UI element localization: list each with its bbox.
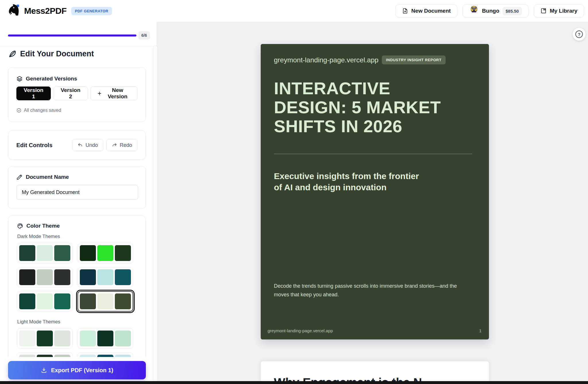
download-icon bbox=[41, 367, 47, 373]
undo-label: Undo bbox=[86, 142, 98, 148]
color-square bbox=[80, 269, 96, 285]
theme-swatch[interactable] bbox=[17, 291, 73, 312]
color-square bbox=[97, 293, 113, 309]
color-square bbox=[37, 293, 53, 309]
check-circle-icon bbox=[16, 108, 22, 113]
color-theme-title: Color Theme bbox=[17, 223, 146, 229]
sidebar-scrollbar[interactable] bbox=[153, 45, 158, 384]
generated-versions-card: Generated Versions Version 1 Version 2 +… bbox=[8, 67, 146, 122]
account-chip[interactable]: Bungo $85.50 bbox=[463, 4, 529, 18]
edit-controls-card: Edit Controls Undo Redo bbox=[8, 130, 146, 160]
theme-swatch[interactable] bbox=[78, 267, 133, 287]
page1-body-text: Decode the trends turning passive scroll… bbox=[274, 282, 472, 299]
page1-report-badge: INDUSTRY INSIGHT REPORT bbox=[382, 55, 446, 64]
color-square bbox=[115, 293, 131, 309]
my-library-label: My Library bbox=[550, 8, 577, 14]
document-name-card: Document Name bbox=[8, 166, 146, 209]
dark-mode-themes-label: Dark Mode Themes bbox=[17, 234, 146, 239]
color-square bbox=[115, 269, 131, 285]
save-status-label: All changes saved bbox=[24, 108, 61, 113]
theme-swatch[interactable] bbox=[17, 243, 73, 263]
sidebar-footer: Export PDF (Version 1) bbox=[0, 357, 156, 384]
redo-button[interactable]: Redo bbox=[106, 139, 138, 151]
top-header: Mess2PDF PDF GENERATOR New Document bbox=[0, 0, 588, 22]
file-plus-icon bbox=[402, 8, 408, 14]
color-square bbox=[54, 331, 70, 346]
color-square bbox=[19, 293, 35, 309]
generated-versions-title: Generated Versions bbox=[16, 76, 138, 82]
balance-badge: $85.50 bbox=[502, 7, 522, 15]
undo-icon bbox=[78, 143, 83, 148]
color-square bbox=[97, 269, 113, 285]
page1-divider bbox=[274, 154, 472, 154]
color-square bbox=[54, 293, 70, 309]
new-document-button[interactable]: New Document bbox=[395, 4, 457, 18]
document-name-label: Document Name bbox=[26, 174, 69, 180]
page1-footer-url: greymont-landing-page.vercel.app bbox=[268, 328, 333, 333]
color-square bbox=[80, 293, 96, 309]
theme-swatch[interactable] bbox=[17, 267, 73, 287]
sidebar: 6/6 Edit Your Document Generated Version… bbox=[0, 22, 156, 384]
color-square bbox=[19, 331, 35, 346]
theme-swatch[interactable] bbox=[78, 328, 133, 349]
help-button[interactable]: ? bbox=[572, 28, 586, 41]
color-square bbox=[37, 331, 53, 346]
color-theme-label: Color Theme bbox=[26, 223, 60, 229]
preview-area: ? greymont-landing-page.vercel.app INDUS… bbox=[156, 22, 588, 384]
user-avatar bbox=[469, 6, 479, 16]
layers-icon bbox=[16, 76, 23, 82]
color-square bbox=[37, 269, 53, 285]
color-square bbox=[37, 245, 53, 261]
page1-page-number: 1 bbox=[479, 328, 481, 333]
color-square bbox=[97, 331, 113, 346]
sidebar-divider bbox=[0, 46, 156, 46]
color-square bbox=[19, 269, 35, 285]
progress-bar bbox=[8, 34, 136, 37]
page1-title: INTERACTIVE DESIGN: 5 MARKET SHIFTS IN 2… bbox=[274, 79, 475, 136]
page1-footer: greymont-landing-page.vercel.app 1 bbox=[268, 328, 481, 333]
export-pdf-label: Export PDF (Version 1) bbox=[51, 367, 113, 374]
knight-logo-icon bbox=[6, 3, 21, 19]
light-mode-themes-label: Light Mode Themes bbox=[17, 319, 146, 325]
color-square bbox=[80, 245, 96, 261]
new-version-button[interactable]: + New Version bbox=[90, 87, 138, 100]
page1-subtitle: Executive insights from the frontier of … bbox=[274, 170, 419, 193]
color-square bbox=[115, 245, 131, 261]
color-square bbox=[54, 245, 70, 261]
undo-button[interactable]: Undo bbox=[72, 139, 103, 151]
app-type-badge: PDF GENERATOR bbox=[71, 7, 112, 15]
progress-step-label: 6/6 bbox=[138, 31, 150, 39]
pencil-icon bbox=[16, 174, 23, 180]
question-icon: ? bbox=[575, 30, 583, 38]
pdf-page-2: Why Engagement is the N bbox=[261, 361, 489, 384]
redo-label: Redo bbox=[120, 142, 132, 148]
sidebar-heading-label: Edit Your Document bbox=[20, 49, 94, 58]
sidebar-heading: Edit Your Document bbox=[8, 49, 94, 58]
color-square bbox=[54, 269, 70, 285]
theme-swatch-selected[interactable] bbox=[78, 291, 133, 312]
document-name-input[interactable] bbox=[16, 185, 138, 200]
color-square bbox=[115, 331, 131, 346]
dark-themes-grid bbox=[17, 243, 139, 312]
color-square bbox=[97, 245, 113, 261]
user-name: Bungo bbox=[482, 8, 499, 14]
pdf-page-1: greymont-landing-page.vercel.app INDUSTR… bbox=[261, 44, 489, 339]
version-1-button[interactable]: Version 1 bbox=[16, 87, 51, 100]
color-square bbox=[80, 331, 96, 346]
redo-icon bbox=[112, 143, 117, 148]
export-pdf-button[interactable]: Export PDF (Version 1) bbox=[8, 361, 146, 379]
app-window: Mess2PDF PDF GENERATOR New Document bbox=[0, 0, 588, 384]
feather-pen-icon bbox=[8, 50, 17, 58]
my-library-button[interactable]: My Library bbox=[534, 4, 584, 18]
theme-swatch[interactable] bbox=[78, 243, 133, 263]
version-2-button[interactable]: Version 2 bbox=[53, 87, 88, 100]
plus-icon: + bbox=[98, 90, 101, 97]
new-document-label: New Document bbox=[411, 8, 451, 14]
palette-icon bbox=[17, 223, 23, 229]
new-version-label: New Version bbox=[105, 87, 130, 100]
save-status: All changes saved bbox=[16, 108, 138, 113]
theme-swatch[interactable] bbox=[17, 328, 73, 349]
document-name-title: Document Name bbox=[16, 174, 138, 180]
edit-controls-title: Edit Controls bbox=[16, 142, 72, 149]
bottom-screen-edge bbox=[0, 381, 588, 384]
